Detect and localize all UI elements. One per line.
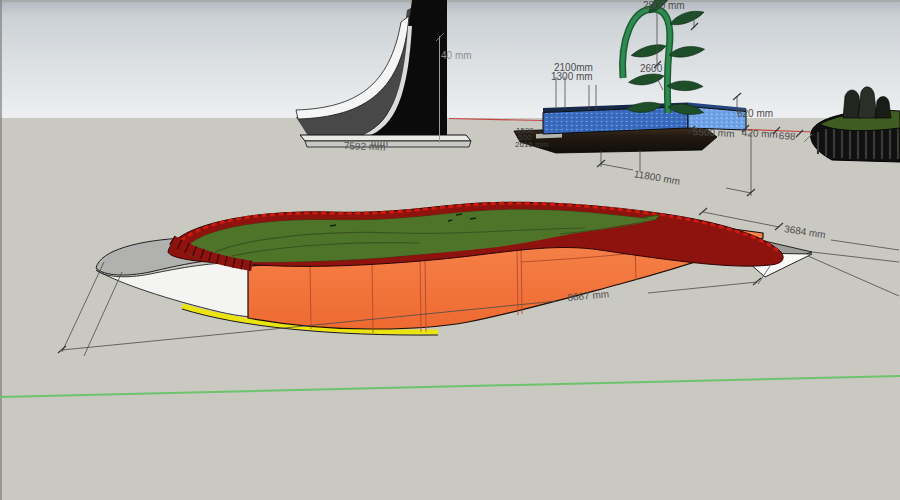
green-axis-line — [0, 376, 900, 397]
dim-label-1300[interactable]: 1300 mm — [551, 72, 593, 82]
viewport-canvas[interactable]: 2800 mm 2100mm 1300 mm 2600 40 mm 7592 m… — [0, 0, 900, 500]
dim-label-698[interactable]: 698 — [778, 131, 795, 142]
dim-label-420[interactable]: 420 mm — [741, 128, 778, 140]
dim-label-2600[interactable]: 2600 — [640, 64, 662, 74]
rock-planter[interactable] — [804, 87, 900, 162]
dim-label-5500[interactable]: 5500 mm — [692, 127, 734, 139]
dim-label-620[interactable]: 620 mm — [737, 109, 773, 119]
island-planter[interactable] — [96, 202, 812, 335]
rock-shapes — [843, 87, 891, 118]
plant-sculpture[interactable] — [623, 0, 706, 118]
dim-label-40[interactable]: 40 mm — [441, 51, 472, 61]
dim-label-2616[interactable]: 2616 mm — [515, 141, 548, 149]
monument-sculpture[interactable] — [296, 0, 471, 147]
model-layer — [0, 0, 900, 500]
dim-label-2800[interactable]: 2800 mm — [643, 1, 685, 11]
dim-label-7592[interactable]: 7592 mm — [344, 141, 386, 152]
